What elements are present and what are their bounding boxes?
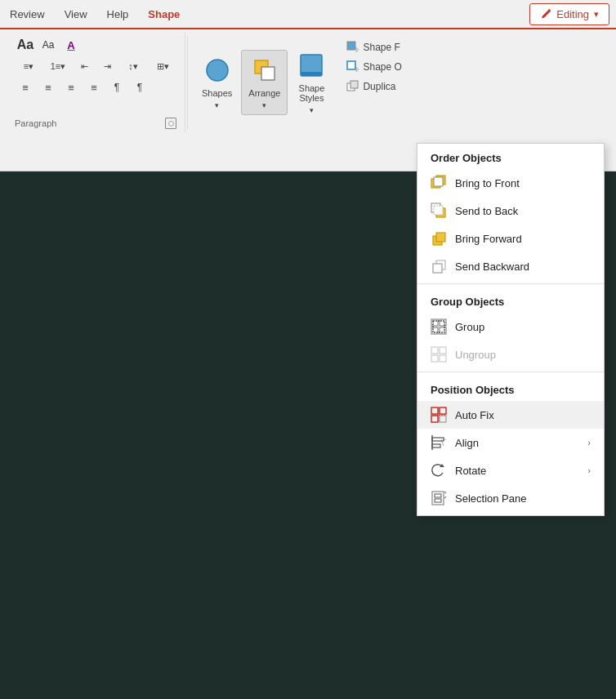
indent-increase-icon: ⇥ [104,61,111,72]
auto-fix-item[interactable]: Auto Fix [417,401,604,429]
align-item[interactable]: Align › [417,429,604,456]
shapes-btn[interactable]: Shapes ▾ [194,50,239,115]
tab-shape[interactable]: Shape [138,3,190,25]
svg-rect-30 [431,416,438,422]
indent-decrease-btn[interactable]: ⇤ [74,57,95,75]
align-right-icon: ≡ [68,82,74,94]
bring-forward-label: Bring Forward [455,233,522,245]
svg-rect-27 [440,355,446,362]
font-size-small-label: Aa [42,39,55,51]
send-backward-item[interactable]: Send Backward [417,252,604,280]
shape-fill-icon [346,41,359,54]
line-spacing-btn[interactable]: ↕▾ [119,57,147,75]
bring-forward-item[interactable]: Bring Forward [417,225,604,252]
tab-review[interactable]: Review [0,3,55,25]
line-spacing-icon: ↕▾ [128,61,138,72]
svg-rect-35 [432,444,440,447]
arrange-chevron: ▾ [262,101,266,109]
ungroup-item[interactable]: Ungroup [417,341,604,368]
shape-styles-label: ShapeStyles [299,83,325,103]
bring-forward-icon [431,230,447,247]
shapes-icon [203,56,232,85]
align-center-icon: ≡ [45,82,51,94]
columns-btn[interactable]: ⊞▾ [149,57,176,75]
indent-increase-btn[interactable]: ⇥ [96,57,118,75]
svg-point-0 [207,60,228,81]
ltr-icon: ¶ [137,82,142,93]
font-size-small-btn[interactable]: Aa [38,36,59,54]
svg-rect-40 [435,499,441,502]
group-item[interactable]: Group [417,313,604,341]
send-to-back-item[interactable]: Send to Back [417,197,604,225]
svg-rect-19 [431,319,438,326]
arrange-btn[interactable]: Arrange ▾ [241,50,288,115]
svg-rect-23 [433,321,444,332]
send-backward-label: Send Backward [455,260,529,273]
tab-view[interactable]: View [55,3,97,25]
svg-rect-18 [433,264,442,273]
align-center-btn[interactable]: ≡ [38,78,59,96]
align-chevron: › [587,438,591,447]
svg-rect-21 [431,327,438,334]
indent-decrease-icon: ⇤ [81,61,88,72]
svg-rect-14 [434,206,443,215]
font-size-large-label: Aa [17,38,33,52]
divider-1 [417,283,604,284]
selection-pane-icon [431,490,447,506]
tab-help[interactable]: Help [97,3,139,25]
send-to-back-label: Send to Back [455,205,518,217]
align-right-btn[interactable]: ≡ [60,78,82,96]
rtl-btn[interactable]: ¶ [106,78,127,96]
font-size-large-btn[interactable]: Aa [15,36,36,54]
selection-pane-item[interactable]: Selection Pane [417,484,604,512]
auto-fix-icon [431,407,447,423]
selection-pane-label: Selection Pane [455,492,526,505]
justify-icon: ≡ [91,82,97,94]
rotate-label: Rotate [455,465,486,477]
shapes-chevron: ▾ [215,101,219,109]
editing-button[interactable]: Editing ▾ [529,3,609,25]
divider-2 [417,372,604,372]
rotate-icon [431,462,447,479]
shapes-label: Shapes [202,88,232,98]
duplicate-btn[interactable]: Duplica [341,78,406,95]
shape-styles-icon [297,51,326,80]
svg-rect-5 [347,42,355,50]
font-color-btn[interactable]: A [60,36,82,54]
ltr-btn[interactable]: ¶ [129,78,150,96]
group-objects-header: Group Objects [417,287,604,313]
svg-rect-16 [436,233,445,242]
shape-fill-label: Shape F [363,42,400,53]
svg-rect-34 [432,438,444,441]
svg-rect-22 [440,327,446,334]
rotate-chevron: › [587,465,591,475]
svg-rect-2 [261,67,275,80]
shape-fill-btn[interactable]: Shape F [341,39,406,56]
arrange-icon [250,56,279,85]
bring-to-front-item[interactable]: Bring to Front [417,169,604,197]
numbering-btn[interactable]: 1≡▾ [44,57,72,75]
bullets-btn[interactable]: ≡▾ [15,57,42,75]
align-left-btn[interactable]: ≡ [15,78,36,96]
numbering-icon: 1≡▾ [51,61,66,72]
rotate-item[interactable]: Rotate › [417,456,604,484]
svg-rect-24 [431,347,438,354]
shape-outline-label: Shape O [363,61,401,73]
arrange-dropdown: Order Objects Bring to Front Send to Bac… [417,143,605,516]
auto-fix-label: Auto Fix [455,409,494,421]
ungroup-label: Ungroup [455,349,496,361]
columns-icon: ⊞▾ [157,61,169,72]
separator-1 [187,36,188,129]
shape-outline-btn[interactable]: Shape O [341,59,406,75]
bring-front-icon [431,175,447,191]
pencil-icon [540,8,551,20]
svg-rect-6 [347,61,355,69]
paragraph-label: Paragraph [15,118,56,128]
align-left-icon: ≡ [22,82,29,94]
shape-styles-btn[interactable]: ShapeStyles ▾ [289,45,333,120]
shape-styles-chevron: ▾ [310,106,314,114]
svg-line-41 [444,492,446,493]
justify-btn[interactable]: ≡ [83,78,105,96]
arrange-label: Arrange [248,88,280,98]
paragraph-expand-btn[interactable]: ⬡ [165,118,176,129]
